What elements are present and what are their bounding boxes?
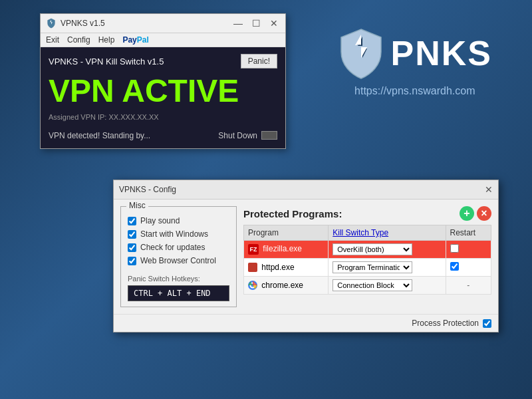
- vpn-status: VPN ACTIVE: [49, 74, 277, 109]
- assigned-ip: Assigned VPN IP: XX.XXX.XX.XX: [49, 113, 277, 121]
- process-protection-label: Process Protection: [412, 319, 479, 328]
- menu-config[interactable]: Config: [67, 35, 90, 45]
- table-row: chrome.exe Connection Block OverKill (bo…: [244, 277, 491, 295]
- config-title-bar: VPNKS - Config ✕: [114, 180, 498, 200]
- panic-button[interactable]: Panic!: [241, 54, 277, 68]
- menu-help[interactable]: Help: [98, 35, 115, 45]
- logo-area: PNKS https://vpns.nswardh.com: [338, 27, 492, 97]
- start-windows-label: Start with Windows: [140, 229, 208, 239]
- web-browser-checkbox[interactable]: [128, 257, 136, 265]
- col-restart: Restart: [446, 225, 491, 241]
- app-icon: [46, 18, 57, 29]
- logo-brand-text: PNKS: [391, 33, 492, 73]
- config-window: VPNKS - Config ✕ Misc Play sound Start w…: [113, 180, 499, 332]
- title-bar-left: VPNKS v1.5: [46, 18, 105, 29]
- config-footer: Process Protection: [114, 314, 498, 332]
- main-window-title: VPNKS v1.5: [61, 19, 105, 28]
- main-app-window: VPNKS v1.5 — ☐ ✕ Exit Config Help PayPal…: [40, 13, 286, 149]
- kill-switch-select[interactable]: Connection Block OverKill (both) Program…: [332, 279, 412, 291]
- logo-header: PNKS: [338, 27, 492, 80]
- col-kill-switch: Kill Switch Type: [329, 225, 446, 241]
- shutdown-row: Shut Down: [218, 131, 277, 140]
- play-sound-label: Play sound: [140, 216, 180, 225]
- kill-switch-select[interactable]: OverKill (both) Program Termination Conn…: [332, 243, 412, 255]
- web-browser-label: Web Browser Control: [140, 256, 216, 265]
- check-updates-label: Check for updates: [140, 243, 205, 252]
- logo-url: https://vpns.nswardh.com: [354, 85, 475, 97]
- programs-table: Program Kill Switch Type Restart FZ file…: [243, 225, 491, 295]
- window-controls: — ☐ ✕: [231, 18, 280, 29]
- checkbox-play-sound: Play sound: [128, 216, 229, 225]
- programs-actions: + ×: [460, 206, 491, 221]
- program-cell: FZ filezilla.exe: [244, 241, 329, 259]
- table-row: FZ filezilla.exe OverKill (both) Program…: [244, 241, 491, 259]
- hotkeys-label: Panic Switch Hotkeys:: [128, 275, 229, 283]
- restart-cell: [446, 241, 491, 259]
- shutdown-label: Shut Down: [218, 131, 257, 140]
- shutdown-toggle[interactable]: [261, 131, 277, 140]
- status-bar: VPN detected! Standing by... Shut Down: [49, 128, 277, 142]
- restart-checkbox[interactable]: [450, 262, 459, 271]
- close-button[interactable]: ✕: [268, 18, 280, 29]
- filezilla-icon: FZ: [248, 244, 259, 255]
- config-window-title: VPNKS - Config: [119, 185, 176, 194]
- restart-cell: -: [446, 277, 491, 295]
- config-close-button[interactable]: ✕: [485, 184, 493, 195]
- maximize-button[interactable]: ☐: [250, 18, 263, 29]
- misc-legend: Misc: [126, 201, 148, 210]
- shield-icon: [338, 27, 384, 80]
- chrome-icon: [248, 281, 257, 290]
- kill-switch-cell: OverKill (both) Program Termination Conn…: [329, 241, 446, 259]
- checkbox-web-browser: Web Browser Control: [128, 256, 229, 265]
- app-header-row: VPNKS - VPN Kill Switch v1.5 Panic!: [49, 54, 277, 68]
- program-name: filezilla.exe: [263, 244, 302, 253]
- programs-header: Protected Programs: + ×: [243, 206, 491, 221]
- httpd-icon: [248, 263, 257, 272]
- checkbox-start-windows: Start with Windows: [128, 229, 229, 239]
- status-text: VPN detected! Standing by...: [49, 131, 150, 140]
- kill-switch-cell: Program Termination OverKill (both) Conn…: [329, 259, 446, 277]
- minimize-button[interactable]: —: [231, 18, 245, 29]
- program-cell: chrome.exe: [244, 277, 329, 295]
- programs-title: Protected Programs:: [243, 208, 342, 219]
- add-program-button[interactable]: +: [460, 206, 474, 221]
- hotkeys-value: CTRL + ALT + END: [128, 285, 229, 301]
- restart-checkbox[interactable]: [450, 244, 459, 253]
- kill-switch-cell: Connection Block OverKill (both) Program…: [329, 277, 446, 295]
- menu-exit[interactable]: Exit: [46, 35, 59, 45]
- program-cell: httpd.exe: [244, 259, 329, 277]
- program-name: chrome.exe: [261, 281, 303, 290]
- app-content: VPNKS - VPN Kill Switch v1.5 Panic! VPN …: [41, 47, 285, 148]
- process-protection-checkbox[interactable]: [483, 319, 491, 328]
- config-body: Misc Play sound Start with Windows Check…: [114, 200, 498, 314]
- table-row: httpd.exe Program Termination OverKill (…: [244, 259, 491, 277]
- hotkeys-section: Panic Switch Hotkeys: CTRL + ALT + END: [128, 275, 229, 301]
- play-sound-checkbox[interactable]: [128, 217, 136, 225]
- start-windows-checkbox[interactable]: [128, 230, 136, 239]
- app-header-text: VPNKS - VPN Kill Switch v1.5: [49, 57, 164, 66]
- check-updates-checkbox[interactable]: [128, 243, 136, 252]
- main-title-bar: VPNKS v1.5 — ☐ ✕: [41, 14, 285, 33]
- checkbox-check-updates: Check for updates: [128, 243, 229, 252]
- program-name: httpd.exe: [261, 263, 294, 272]
- delete-program-button[interactable]: ×: [477, 206, 491, 221]
- col-program: Program: [244, 225, 329, 241]
- programs-panel: Protected Programs: + × Program Kill Swi…: [243, 206, 491, 307]
- menu-paypal[interactable]: PayPal: [122, 35, 148, 45]
- restart-cell: [446, 259, 491, 277]
- misc-panel: Misc Play sound Start with Windows Check…: [120, 206, 237, 307]
- menu-bar: Exit Config Help PayPal: [41, 33, 285, 47]
- kill-switch-select[interactable]: Program Termination OverKill (both) Conn…: [332, 261, 412, 273]
